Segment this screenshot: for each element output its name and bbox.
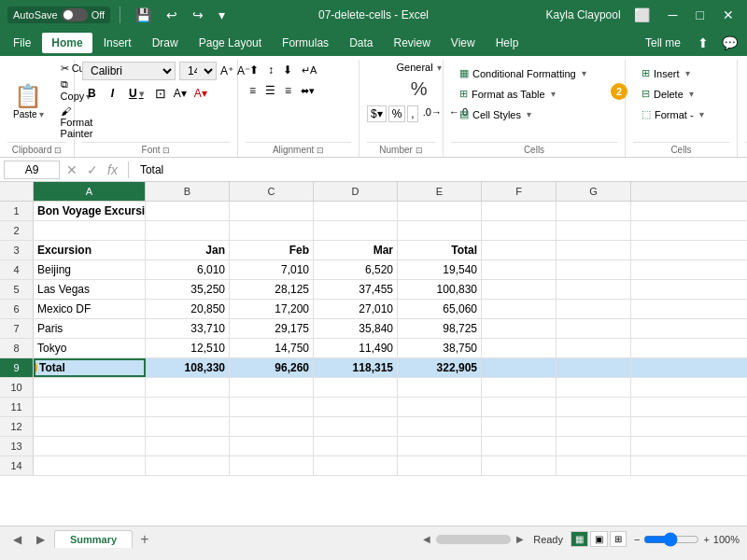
cell-e8[interactable]: 38,750 [398, 339, 482, 357]
col-header-c[interactable]: C [230, 182, 314, 201]
cell-a12[interactable] [34, 417, 146, 436]
italic-button[interactable]: I [106, 84, 120, 103]
format-as-table-button[interactable]: ⊞ Format as Table ▾ 2 [451, 84, 595, 104]
col-header-d[interactable]: D [314, 182, 398, 201]
merge-button[interactable]: ⬌▾ [297, 83, 318, 99]
conditional-formatting-button[interactable]: ▦ Conditional Formatting ▾ [451, 63, 595, 83]
cell-a9[interactable]: 1 Total [34, 358, 146, 377]
col-header-b[interactable]: B [146, 182, 230, 201]
cell-g11[interactable] [557, 398, 631, 416]
increase-decimal-button[interactable]: .0→ [420, 105, 444, 122]
cell-e14[interactable] [398, 456, 482, 475]
cell-b9[interactable]: 108,330 [146, 358, 230, 377]
cell-g7[interactable] [557, 319, 631, 338]
cell-a14[interactable] [34, 456, 146, 475]
col-header-a[interactable]: A [34, 182, 146, 201]
cell-a10[interactable] [34, 378, 146, 397]
autosave-pill[interactable] [62, 8, 88, 21]
cell-g2[interactable] [557, 221, 631, 240]
cell-e4[interactable]: 19,540 [398, 260, 482, 279]
cell-c2[interactable] [230, 221, 314, 240]
cell-g12[interactable] [557, 417, 631, 436]
cell-f6[interactable] [482, 300, 557, 318]
cell-a4[interactable]: Beijing [34, 260, 146, 279]
cell-f12[interactable] [482, 417, 557, 436]
align-bottom-button[interactable]: ⬇ [279, 62, 296, 78]
cell-c4[interactable]: 7,010 [230, 260, 314, 279]
close-button[interactable]: ✕ [717, 6, 740, 24]
menu-tellme[interactable]: Tell me [636, 33, 690, 53]
cell-b5[interactable]: 35,250 [146, 280, 230, 299]
cell-g8[interactable] [557, 339, 631, 357]
zoom-in-button[interactable]: + [703, 534, 709, 545]
cell-c13[interactable] [230, 437, 314, 455]
font-expand-icon[interactable]: ⊡ [162, 146, 170, 155]
align-right-button[interactable]: ≡ [281, 82, 295, 99]
redo-button[interactable]: ↪ [187, 6, 209, 24]
cell-f10[interactable] [482, 378, 557, 397]
cell-a7[interactable]: Paris [34, 319, 146, 338]
cell-c8[interactable]: 14,750 [230, 339, 314, 357]
formula-input[interactable] [136, 161, 743, 178]
cell-b12[interactable] [146, 417, 230, 436]
menu-file[interactable]: File [4, 33, 40, 53]
cell-f2[interactable] [482, 221, 557, 240]
align-left-button[interactable]: ≡ [246, 82, 260, 99]
cell-e9[interactable]: 322,905 [398, 358, 482, 377]
cell-f13[interactable] [482, 437, 557, 455]
number-expand-icon[interactable]: ⊡ [416, 146, 423, 155]
paste-button[interactable]: 📋 Paste▾ [7, 79, 49, 123]
cell-a11[interactable] [34, 398, 146, 416]
menu-insert[interactable]: Insert [94, 33, 141, 53]
cell-d12[interactable] [314, 417, 398, 436]
menu-view[interactable]: View [442, 33, 485, 53]
cell-e7[interactable]: 98,725 [398, 319, 482, 338]
autosave-toggle[interactable]: AutoSave Off [7, 7, 110, 23]
cell-c3[interactable]: Feb [230, 241, 314, 259]
font-color-button[interactable]: A▾ [192, 85, 209, 102]
cell-f14[interactable] [482, 456, 557, 475]
cell-a13[interactable] [34, 437, 146, 455]
cell-d6[interactable]: 27,010 [314, 300, 398, 318]
cell-g4[interactable] [557, 260, 631, 279]
cell-e6[interactable]: 65,060 [398, 300, 482, 318]
cell-d1[interactable] [314, 202, 398, 220]
customize-button[interactable]: ▾ [213, 6, 231, 24]
col-header-f[interactable]: F [482, 182, 557, 201]
cell-b13[interactable] [146, 437, 230, 455]
col-header-e[interactable]: E [398, 182, 482, 201]
cell-d8[interactable]: 11,490 [314, 339, 398, 357]
add-sheet-button[interactable]: + [136, 531, 152, 548]
cell-a2[interactable] [34, 221, 146, 240]
cell-c14[interactable] [230, 456, 314, 475]
zoom-slider[interactable] [643, 532, 699, 547]
cell-d5[interactable]: 37,455 [314, 280, 398, 299]
cell-d13[interactable] [314, 437, 398, 455]
sheet-tab-summary[interactable]: Summary [54, 530, 133, 548]
cell-reference-input[interactable] [4, 161, 60, 179]
cell-a1[interactable]: Bon Voyage Excursions [34, 202, 146, 220]
cell-c12[interactable] [230, 417, 314, 436]
cell-g14[interactable] [557, 456, 631, 475]
cell-f5[interactable] [482, 280, 557, 299]
cell-b10[interactable] [146, 378, 230, 397]
cell-g9[interactable] [557, 358, 631, 377]
menu-draw[interactable]: Draw [143, 33, 188, 53]
cell-g13[interactable] [557, 437, 631, 455]
save-button[interactable]: 💾 [130, 6, 157, 24]
confirm-formula-button[interactable]: ✓ [84, 162, 101, 177]
normal-view-button[interactable]: ▦ [571, 531, 588, 547]
menu-formulas[interactable]: Formulas [273, 33, 338, 53]
insert-button[interactable]: ⊞ Insert ▾ [633, 63, 712, 83]
menu-help[interactable]: Help [486, 33, 529, 53]
cell-f11[interactable] [482, 398, 557, 416]
cell-e13[interactable] [398, 437, 482, 455]
cell-d10[interactable] [314, 378, 398, 397]
cell-d11[interactable] [314, 398, 398, 416]
cell-b4[interactable]: 6,010 [146, 260, 230, 279]
cell-e11[interactable] [398, 398, 482, 416]
cell-b2[interactable] [146, 221, 230, 240]
cell-a3[interactable]: Excursion [34, 241, 146, 259]
col-header-g[interactable]: G [557, 182, 631, 201]
align-top-button[interactable]: ⬆ [246, 62, 262, 78]
